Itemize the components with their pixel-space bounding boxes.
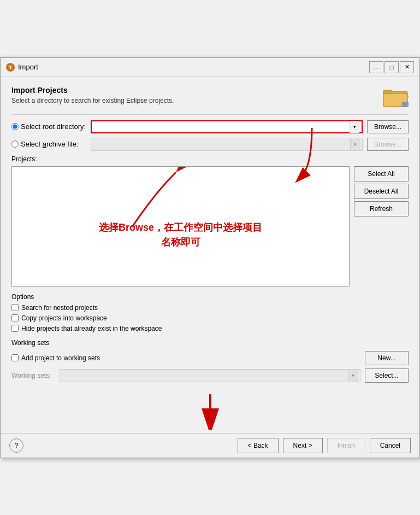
- close-button[interactable]: ✕: [400, 61, 414, 73]
- root-directory-text: Select root directory:: [21, 122, 86, 131]
- working-sets-arrow: ▾: [348, 370, 358, 382]
- root-directory-arrow[interactable]: ▾: [350, 121, 359, 133]
- nested-projects-label[interactable]: Search for nested projects: [21, 304, 98, 312]
- archive-file-radio[interactable]: [11, 141, 19, 148]
- arrow-up-to-browse: [78, 166, 187, 234]
- archive-file-text: Select archive file:: [21, 140, 79, 148]
- folder-icon: [382, 86, 409, 108]
- nested-projects-row: Search for nested projects: [11, 304, 409, 312]
- hide-projects-label[interactable]: Hide projects that already exist in the …: [21, 325, 162, 332]
- projects-label: Projects:: [11, 155, 409, 163]
- page-subtitle: Select a directory to search for existin…: [11, 97, 174, 104]
- import-dialog: Import — □ ✕ Import Projects Select a di…: [0, 57, 420, 458]
- next-button[interactable]: Next >: [283, 438, 323, 453]
- refresh-button[interactable]: Refresh: [354, 201, 409, 216]
- browse-root-button[interactable]: Browse...: [367, 120, 409, 133]
- svg-rect-4: [402, 102, 409, 107]
- cancel-button[interactable]: Cancel: [370, 438, 411, 453]
- projects-list[interactable]: 选择Browse，在工作空间中选择项目 名称即可: [11, 166, 350, 286]
- back-button[interactable]: < Back: [238, 438, 279, 453]
- archive-file-row: Select archive file: ▾ Browse...: [11, 138, 409, 151]
- dialog-footer: ? < Back Next > Finish Cancel: [1, 433, 419, 458]
- root-directory-radio[interactable]: [11, 123, 19, 130]
- header-separator: [11, 114, 409, 115]
- page-title: Import Projects: [11, 86, 174, 95]
- hide-projects-row: Hide projects that already exist in the …: [11, 325, 409, 332]
- projects-buttons: Select All Deselect All Refresh: [354, 166, 409, 286]
- archive-file-label[interactable]: Select archive file:: [11, 140, 91, 148]
- app-icon: [6, 63, 15, 72]
- title-controls: — □ ✕: [369, 61, 414, 73]
- working-sets-title: Working sets: [11, 339, 409, 347]
- root-directory-row: Select root directory: ▾ Browse...: [11, 120, 409, 133]
- arrow-area: [11, 391, 409, 424]
- page-header: Import Projects Select a directory to se…: [11, 86, 409, 108]
- minimize-button[interactable]: —: [369, 61, 383, 73]
- deselect-all-button[interactable]: Deselect All: [354, 184, 409, 199]
- add-working-sets-checkbox[interactable]: [11, 354, 19, 361]
- copy-projects-label[interactable]: Copy projects into workspace: [21, 314, 107, 322]
- finish-button[interactable]: Finish: [327, 438, 365, 453]
- maximize-button[interactable]: □: [384, 61, 399, 73]
- working-sets-combo: ▾: [60, 369, 360, 382]
- browse-archive-button: Browse...: [367, 138, 409, 151]
- projects-area: 选择Browse，在工作空间中选择项目 名称即可 Select All Dese…: [11, 166, 409, 286]
- working-sets-combo-label: Working sets:: [11, 372, 55, 379]
- new-working-set-button[interactable]: New...: [365, 351, 409, 365]
- root-directory-input[interactable]: [94, 123, 350, 131]
- copy-projects-checkbox[interactable]: [11, 314, 19, 321]
- root-directory-label[interactable]: Select root directory:: [11, 122, 91, 131]
- archive-combo-arrow: ▾: [350, 138, 360, 150]
- add-working-sets-label[interactable]: Add project to working sets: [21, 354, 100, 362]
- select-working-set-button[interactable]: Select...: [365, 368, 409, 383]
- working-sets-combo-row: Working sets: ▾ Select...: [11, 368, 409, 383]
- archive-file-combo: ▾: [91, 138, 363, 151]
- help-button[interactable]: ?: [9, 438, 23, 453]
- root-directory-combo[interactable]: ▾: [91, 120, 363, 133]
- title-bar-left: Import: [6, 63, 38, 72]
- options-title: Options: [11, 293, 409, 301]
- title-bar: Import — □ ✕: [1, 58, 419, 77]
- arrow-to-finish: [194, 391, 227, 431]
- options-section: Options Search for nested projects Copy …: [11, 293, 409, 332]
- add-to-working-sets-row: Add project to working sets New...: [11, 351, 409, 365]
- select-all-button[interactable]: Select All: [354, 166, 409, 182]
- annotation-overlay: 选择Browse，在工作空间中选择项目 名称即可: [12, 167, 349, 286]
- svg-rect-3: [383, 90, 392, 93]
- add-working-sets-checkbox-row: Add project to working sets: [11, 354, 100, 362]
- dialog-content: Import Projects Select a directory to se…: [1, 77, 419, 433]
- nested-projects-checkbox[interactable]: [11, 304, 19, 311]
- copy-projects-row: Copy projects into workspace: [11, 314, 409, 322]
- window-title: Import: [18, 63, 38, 71]
- working-sets-section: Working sets Add project to working sets…: [11, 339, 409, 383]
- hide-projects-checkbox[interactable]: [11, 325, 19, 332]
- header-text: Import Projects Select a directory to se…: [11, 86, 174, 104]
